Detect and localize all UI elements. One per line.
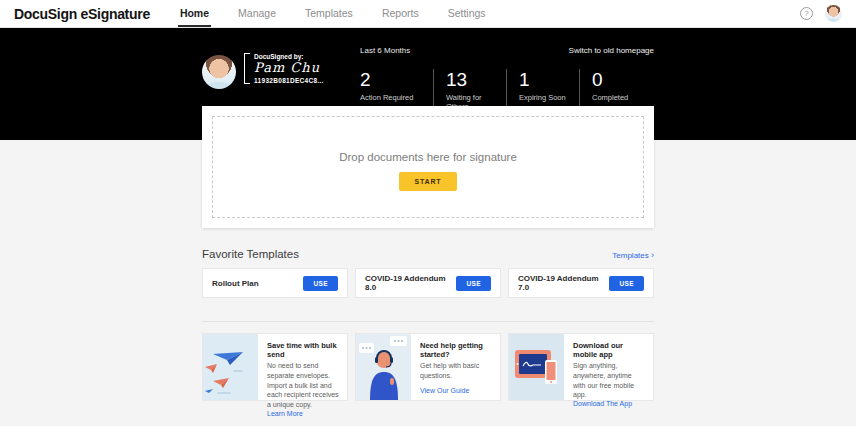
- use-template-button[interactable]: USE: [303, 276, 338, 291]
- template-name: COVID-19 Addendum 8.0: [365, 274, 456, 292]
- download-app-link[interactable]: Download The App: [573, 400, 645, 407]
- stat-expiring-soon[interactable]: 1 Expiring Soon: [506, 69, 579, 111]
- document-drop-zone[interactable]: Drop documents here for signature START: [212, 116, 644, 218]
- promo-body: No need to send separate envelopes. Impo…: [267, 361, 339, 410]
- promo-title: Need help getting started?: [420, 341, 492, 359]
- promo-title: Download our mobile app: [573, 341, 645, 359]
- template-name: Rollout Plan: [212, 279, 259, 288]
- favorite-templates-row: Rollout Plan USE COVID-19 Addendum 8.0 U…: [202, 268, 654, 298]
- stat-value: 0: [592, 69, 652, 90]
- promo-body: Get help with basic questions.: [420, 361, 492, 381]
- signature-id: 11932B081DEC4C8...: [254, 77, 324, 84]
- view-guide-link[interactable]: View Our Guide: [420, 387, 492, 394]
- signature-name: Pam Chu: [254, 60, 324, 75]
- section-divider: [202, 321, 654, 322]
- signature-block: DocuSigned by: Pam Chu 11932B081DEC4C8..…: [244, 53, 324, 84]
- template-name: COVID-19 Addendum 7.0: [518, 274, 609, 292]
- stat-label: Completed: [592, 93, 652, 102]
- use-template-button[interactable]: USE: [609, 276, 644, 291]
- period-label: Last 6 Months: [360, 46, 410, 55]
- templates-link-label: Templates: [612, 251, 648, 260]
- switch-old-homepage-link[interactable]: Switch to old homepage: [569, 46, 654, 55]
- top-navbar: DocuSign eSignature Home Manage Template…: [0, 0, 856, 28]
- stat-value: 1: [519, 69, 579, 90]
- use-template-button[interactable]: USE: [456, 276, 491, 291]
- promo-body: Sign anything, anywhere, anytime with ou…: [573, 361, 645, 400]
- nav-item-manage[interactable]: Manage: [236, 0, 278, 27]
- promo-title: Save time with bulk send: [267, 341, 339, 359]
- favorite-templates-title: Favorite Templates: [202, 248, 299, 260]
- chevron-right-icon: ›: [651, 250, 654, 260]
- template-card-covid-addendum-7: COVID-19 Addendum 7.0 USE: [508, 268, 654, 298]
- learn-more-link[interactable]: Learn More: [267, 410, 339, 417]
- paper-planes-illustration: [203, 334, 258, 400]
- profile-avatar: [202, 55, 236, 89]
- template-card-rollout-plan: Rollout Plan USE: [202, 268, 348, 298]
- main-nav: Home Manage Templates Reports Settings: [178, 0, 513, 27]
- user-avatar[interactable]: [825, 5, 842, 22]
- promo-card-mobile-app: Download our mobile app Sign anything, a…: [508, 333, 654, 401]
- stat-waiting-for-others[interactable]: 13 Waiting for Others: [433, 69, 506, 111]
- template-card-covid-addendum-8: COVID-19 Addendum 8.0 USE: [355, 268, 501, 298]
- header-actions: ?: [800, 0, 842, 27]
- signed-by-label: DocuSigned by:: [254, 53, 324, 60]
- nav-item-templates[interactable]: Templates: [303, 0, 355, 27]
- help-icon[interactable]: ?: [800, 7, 813, 20]
- signature-bracket-icon: [244, 53, 250, 84]
- nav-item-reports[interactable]: Reports: [380, 0, 421, 27]
- stats-area: Last 6 Months Switch to old homepage 2 A…: [360, 46, 654, 111]
- promo-card-bulk-send: Save time with bulk send No need to send…: [202, 333, 348, 401]
- drop-zone-message: Drop documents here for signature: [213, 151, 643, 163]
- stat-value: 2: [360, 69, 433, 90]
- upload-card: Drop documents here for signature START: [202, 106, 654, 228]
- favorite-templates-header: Favorite Templates Templates ›: [202, 248, 654, 260]
- nav-item-settings[interactable]: Settings: [446, 0, 488, 27]
- stat-label: Action Required: [360, 93, 433, 102]
- templates-link[interactable]: Templates ›: [612, 250, 654, 260]
- promo-card-help: Need help getting started? Get help with…: [355, 333, 501, 401]
- stat-completed[interactable]: 0 Completed: [579, 69, 652, 111]
- nav-item-home[interactable]: Home: [178, 0, 211, 27]
- stat-action-required[interactable]: 2 Action Required: [360, 69, 433, 111]
- mobile-devices-illustration: [509, 334, 564, 400]
- promo-cards-row: Save time with bulk send No need to send…: [202, 333, 654, 401]
- docusign-logo[interactable]: DocuSign eSignature: [14, 6, 150, 22]
- start-button[interactable]: START: [399, 172, 458, 191]
- stat-label: Expiring Soon: [519, 93, 579, 102]
- support-agent-illustration: [356, 334, 411, 400]
- stat-value: 13: [446, 69, 506, 90]
